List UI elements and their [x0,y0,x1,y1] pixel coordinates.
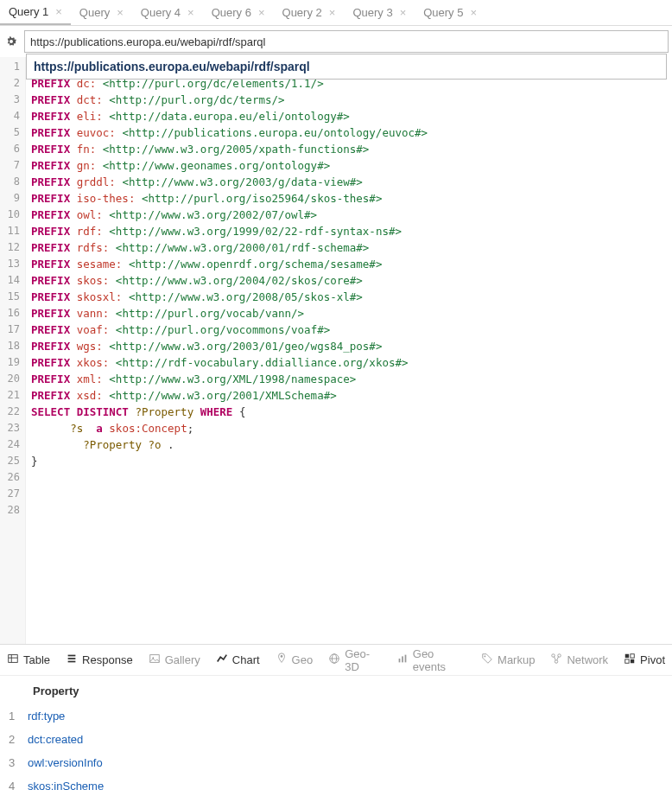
tab-label: Query 1 [9,5,48,18]
query-tab-4[interactable]: Query 2× [274,0,345,25]
close-icon[interactable]: × [187,6,194,19]
cell-property[interactable]: skos:inScheme [28,780,104,793]
gear-icon[interactable] [3,34,19,49]
result-tab-markup[interactable]: Markup [481,653,535,667]
results-column-header: Property [9,681,663,704]
line-number: 24 [0,436,20,453]
result-tab-label: Gallery [165,653,200,666]
result-tab-geo-3d[interactable]: Geo-3D [328,647,381,673]
code-editor[interactable]: 1234567891011121314151617181920212223242… [0,57,672,645]
table-icon [7,653,19,667]
code-line: } [31,453,667,469]
svg-point-18 [555,660,559,664]
line-number: 1 [0,59,20,75]
code-line: PREFIX iso-thes: <http://purl.org/iso259… [31,190,667,207]
line-number: 12 [0,239,20,256]
line-number: 20 [0,371,20,387]
line-number: 7 [0,157,20,174]
line-number: 9 [0,190,20,207]
code-line: PREFIX euvoc: <http://publications.europ… [31,124,667,141]
close-icon[interactable]: × [55,5,62,18]
code-line: ?Property ?o . [31,436,667,453]
row-index: 2 [9,733,28,746]
result-tab-label: Table [23,653,50,666]
line-number: 19 [0,354,20,371]
line-number: 18 [0,338,20,354]
tab-label: Query 5 [423,6,463,19]
result-tab-label: Response [82,653,133,666]
line-number: 21 [0,387,20,404]
line-number: 8 [0,174,20,190]
result-tab-network[interactable]: Network [550,653,608,667]
query-tab-0[interactable]: Query 1× [0,0,71,25]
line-number: 10 [0,207,20,223]
close-icon[interactable]: × [329,6,336,19]
pivot-icon [624,653,636,667]
svg-rect-13 [402,656,403,662]
result-tab-pivot[interactable]: Pivot [624,653,665,667]
close-icon[interactable]: × [258,6,265,19]
query-tab-6[interactable]: Query 5× [415,0,485,25]
code-line: PREFIX rdfs: <http://www.w3.org/2000/01/… [31,239,667,256]
line-number: 22 [0,404,20,420]
image-icon [149,653,161,667]
svg-rect-6 [149,655,159,663]
svg-rect-23 [625,659,629,663]
query-tab-5[interactable]: Query 3× [344,0,415,25]
close-icon[interactable]: × [470,6,477,19]
result-tab-label: Geo [292,653,314,666]
cell-property[interactable]: dct:created [28,733,83,746]
svg-rect-0 [9,655,18,663]
line-number: 27 [0,486,20,502]
tab-label: Query 2 [282,6,322,19]
line-number: 11 [0,223,20,239]
endpoint-suggestion[interactable]: https://publications.europa.eu/webapi/rd… [26,54,667,80]
code-line: ?s a skos:Concept; [31,420,667,436]
results-table: Property 1rdf:type2dct:created3owl:versi… [0,676,672,796]
line-number: 4 [0,108,20,124]
result-view-tabs: TableResponseGalleryChartGeoGeo-3DGeo ev… [0,645,672,676]
code-area[interactable]: PREFIX cc: <http://creativecommons.org/n… [26,57,672,644]
line-number: 26 [0,469,20,486]
code-line: SELECT DISTINCT ?Property WHERE { [31,404,667,420]
endpoint-input[interactable] [24,30,669,53]
result-tab-geo[interactable]: Geo [276,653,314,667]
close-icon[interactable]: × [117,6,124,19]
line-number: 6 [0,141,20,157]
result-tab-chart[interactable]: Chart [216,653,260,667]
endpoint-row [0,26,672,57]
code-line: PREFIX vann: <http://purl.org/vocab/vann… [31,305,667,322]
line-number: 16 [0,305,20,322]
close-icon[interactable]: × [400,6,407,19]
table-row: 3owl:versionInfo [9,751,663,774]
svg-line-19 [555,656,556,659]
result-tab-gallery[interactable]: Gallery [149,653,200,667]
list-icon [66,653,78,667]
code-line: PREFIX gn: <http://www.geonames.org/onto… [31,157,667,174]
line-number: 23 [0,420,20,436]
result-tab-label: Chart [232,653,260,666]
line-gutter: 1234567891011121314151617181920212223242… [0,57,26,644]
net-icon [550,653,562,667]
result-tab-geo-events[interactable]: Geo events [396,647,466,673]
line-number: 28 [0,502,20,519]
tab-label: Query 3 [352,6,392,19]
code-line: PREFIX rdf: <http://www.w3.org/1999/02/2… [31,223,667,239]
query-tab-2[interactable]: Query 4× [132,0,203,25]
row-index: 4 [9,780,28,793]
query-tab-3[interactable]: Query 6× [203,0,274,25]
result-tab-label: Geo-3D [345,647,381,673]
code-line: PREFIX eli: <http://data.europa.eu/eli/o… [31,108,667,124]
tab-label: Query 6 [212,6,251,19]
result-tab-response[interactable]: Response [66,653,133,667]
result-tab-table[interactable]: Table [7,653,50,667]
table-row: 4skos:inScheme [9,774,663,796]
cell-property[interactable]: owl:versionInfo [28,756,103,769]
code-line: PREFIX owl: <http://www.w3.org/2002/07/o… [31,207,667,223]
code-line: PREFIX wgs: <http://www.w3.org/2003/01/g… [31,338,667,354]
query-tab-1[interactable]: Query× [71,0,132,25]
code-line: PREFIX xml: <http://www.w3.org/XML/1998/… [31,371,667,387]
globe-icon [328,653,340,667]
pin-icon [276,653,288,667]
cell-property[interactable]: rdf:type [28,710,65,723]
